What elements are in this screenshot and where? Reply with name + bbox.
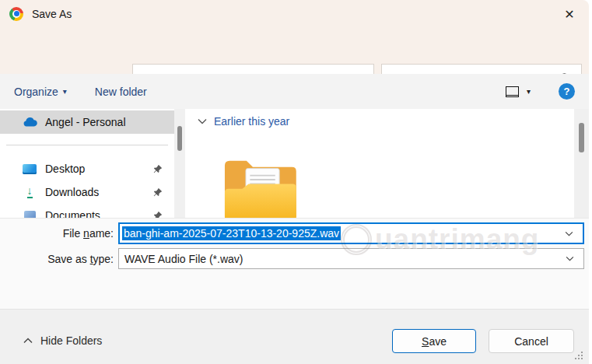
sidebar-item-label: Desktop [45, 163, 85, 175]
sidebar-item-downloads[interactable]: ↓ Downloads [0, 180, 177, 204]
cancel-button[interactable]: Cancel [489, 329, 574, 353]
file-name-input[interactable]: ban-ghi-am-2025-07-23T10-13-20-925Z.wav [118, 222, 584, 244]
save-as-type-select[interactable]: WAVE Audio File (*.wav) [118, 248, 584, 269]
chrome-icon [9, 7, 23, 21]
onedrive-cloud-icon [22, 117, 37, 128]
file-name-label: File name: [0, 227, 114, 240]
save-button[interactable]: Save [392, 329, 476, 353]
organize-caret-icon: ▾ [63, 87, 67, 96]
downloads-icon: ↓ [22, 186, 37, 198]
save-as-type-dropdown-chevron-icon[interactable] [566, 256, 574, 261]
resize-grip[interactable] [573, 350, 583, 359]
command-toolbar: Organize ▾ New folder ▾ ? [0, 74, 589, 109]
help-icon[interactable]: ? [559, 83, 575, 100]
save-as-type-label: Save as type: [0, 253, 114, 265]
fields-panel: File name: ban-ghi-am-2025-07-23T10-13-2… [0, 218, 589, 309]
hide-folders-button[interactable]: Hide Folders [23, 334, 102, 347]
sidebar-scrollbar-thumb[interactable] [177, 126, 182, 151]
pin-icon [152, 163, 163, 177]
file-list-scrollbar[interactable] [574, 109, 589, 218]
explorer-content: Angel - Personal Desktop ↓ Downloads Do [0, 109, 589, 218]
group-header-label: Earlier this year [214, 115, 289, 128]
folder-icon[interactable] [218, 152, 301, 218]
hide-folders-label: Hide Folders [40, 334, 102, 347]
title-bar: Save As ✕ [0, 0, 589, 27]
pin-icon [152, 187, 163, 201]
sidebar-item-desktop[interactable]: Desktop [0, 157, 177, 180]
new-folder-button[interactable]: New folder [95, 86, 147, 98]
footer-bar: Hide Folders Save Cancel [0, 309, 589, 364]
sidebar-item-label: Angel - Personal [45, 116, 126, 128]
sidebar-item-label: Downloads [45, 186, 99, 198]
group-header[interactable]: Earlier this year [198, 115, 289, 128]
view-options-caret-icon[interactable]: ▾ [527, 87, 531, 96]
documents-icon [22, 211, 37, 219]
save-as-dialog: Save As ✕ ← → ↑ ↓ › Downloads › [0, 0, 589, 364]
sidebar-item-documents[interactable]: Documents [0, 204, 177, 218]
file-list-scrollbar-thumb[interactable] [579, 123, 584, 152]
file-list: Earlier this year [187, 109, 574, 218]
file-name-value: ban-ghi-am-2025-07-23T10-13-20-925Z.wav [122, 226, 341, 240]
navigation-bar: ← → ↑ ↓ › Downloads › [0, 27, 589, 74]
pin-icon [152, 210, 163, 218]
sidebar-item-onedrive[interactable]: Angel - Personal [0, 110, 177, 134]
desktop-icon [22, 164, 37, 174]
sidebar-scrollbar[interactable] [174, 109, 185, 218]
save-as-type-value: WAVE Audio File (*.wav) [124, 253, 243, 265]
file-name-dropdown-chevron-icon[interactable] [565, 231, 573, 236]
view-options-icon[interactable] [506, 86, 519, 97]
sidebar-item-label: Documents [45, 209, 100, 218]
window-title: Save As [32, 8, 72, 20]
navigation-pane: Angel - Personal Desktop ↓ Downloads Do [0, 109, 177, 218]
sidebar-divider [6, 145, 168, 145]
new-folder-label: New folder [95, 86, 147, 98]
organize-button[interactable]: Organize ▾ [14, 86, 67, 98]
close-icon[interactable]: ✕ [561, 5, 578, 23]
organize-label: Organize [14, 86, 58, 98]
